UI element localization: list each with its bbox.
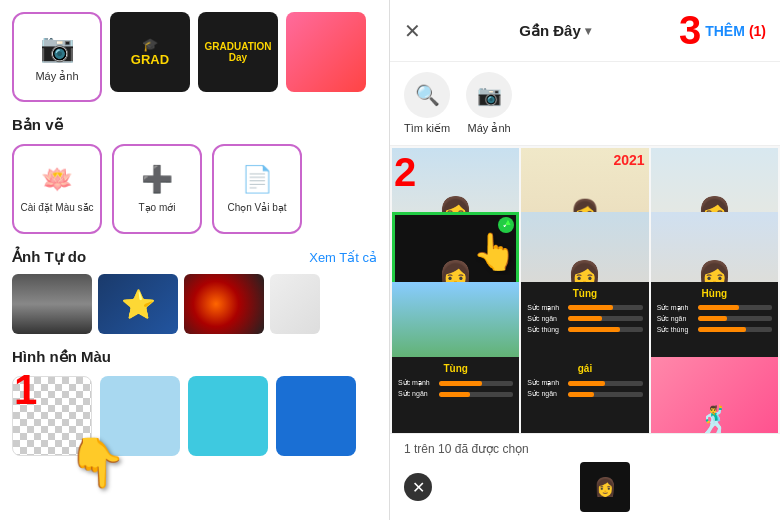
photo-cell-pink[interactable]: 🕺 (651, 357, 778, 433)
photo-sky[interactable] (12, 274, 92, 334)
stats-cell-tung2[interactable]: Tùng Sức mạnh Sức ngăn (392, 357, 519, 433)
badge-3: 3 (679, 8, 701, 53)
swatch-transparent[interactable] (12, 376, 92, 456)
stat-label-h3: Sức thúng (657, 326, 695, 334)
stat-row-h2: Sức ngăn (657, 315, 772, 323)
stat-bar-bg-1 (568, 305, 642, 310)
graduation-text: GRADUATIONDay (204, 41, 271, 63)
search-circle: 🔍 (404, 72, 450, 118)
stat-bar-bg-h3 (698, 327, 772, 332)
right-header: ✕ Gần Đây ▾ 3 THÊM (1) (390, 0, 780, 62)
stat-bar-fill-h3 (698, 327, 746, 332)
anh-tu-do-row: Ảnh Tự do Xem Tất cả (12, 248, 377, 266)
bottom-action-row: ✕ 👩 (404, 462, 766, 512)
anh-tu-do-grid: ⭐ (12, 274, 377, 334)
thumb-person-icon: 👩 (594, 476, 616, 498)
camera-box[interactable]: 📷 Máy ảnh (12, 12, 102, 102)
camera-label: Máy ảnh (35, 70, 78, 83)
left-panel: 📷 Máy ảnh 🎓GRAD GRADUATIONDay Bản vẽ 🪷 C… (0, 0, 390, 520)
camera-icon: 📷 (40, 31, 75, 64)
banve-title: Bản vẽ (12, 116, 377, 134)
header-right: 3 THÊM (1) (679, 8, 766, 53)
right-photo-grid: 👩 2 👆 p 👩 2021 p 👩 p 👩 ✓ ▲ 👩 👩 (390, 146, 780, 433)
stat-bar-fill-2 (568, 316, 601, 321)
stat-row-1: Sức mạnh (527, 304, 642, 312)
search-item[interactable]: 🔍 Tìm kiếm (404, 72, 450, 135)
stat-row-2: Sức ngăn (527, 315, 642, 323)
search-label: Tìm kiếm (404, 122, 450, 135)
banve-item-0[interactable]: 🪷 Cài đặt Màu sắc (12, 144, 102, 234)
stat-bar-fill-3 (568, 327, 620, 332)
stat-bar-fill-h2 (698, 316, 728, 321)
stat-row-h1: Sức mạnh (657, 304, 772, 312)
stat-label-3: Sức thúng (527, 326, 565, 334)
stat-bar-bg-2 (568, 316, 642, 321)
stat-bar-bg-h2 (698, 316, 772, 321)
badge-2: 2 (394, 150, 416, 195)
header-title: Gần Đây (519, 22, 581, 40)
stat-label-h2: Sức ngăn (657, 315, 695, 323)
selected-thumbnail: 👩 (580, 462, 630, 512)
bottom-bar: 1 trên 10 đã được chọn ✕ 👩 (390, 433, 780, 520)
xem-tat-ca-link[interactable]: Xem Tất cả (309, 250, 377, 265)
header-center: Gần Đây ▾ (519, 22, 591, 40)
doc-icon: 📄 (241, 164, 273, 195)
banve-label-1: Tạo mới (139, 201, 176, 214)
chevron-down-icon: ▾ (585, 24, 591, 38)
banve-grid: 🪷 Cài đặt Màu sắc ➕ Tạo mới 📄 Chọn Vải b… (12, 144, 377, 234)
hinh-nen-section: 1 👇 (12, 376, 377, 456)
banve-item-2[interactable]: 📄 Chọn Vải bạt (212, 144, 302, 234)
swatch-blue[interactable] (276, 376, 356, 456)
banve-item-1[interactable]: ➕ Tạo mới (112, 144, 202, 234)
star-icon: ⭐ (121, 288, 156, 321)
them-button[interactable]: THÊM (705, 23, 745, 39)
stat-row-t21: Sức mạnh (398, 379, 513, 387)
stat-bar-bg-h1 (698, 305, 772, 310)
anh-tu-do-title: Ảnh Tự do (12, 248, 86, 266)
green-arrow-icon: ▲ (503, 217, 512, 227)
stat-name-tung: Tùng (527, 288, 642, 299)
camera-search-circle: 📷 (466, 72, 512, 118)
grad-template[interactable]: 🎓GRAD (110, 12, 190, 92)
camera-search-label: Máy ảnh (468, 122, 511, 135)
swatch-cyan[interactable] (188, 376, 268, 456)
stat-bar-fill-h1 (698, 305, 739, 310)
close-button[interactable]: ✕ (404, 19, 421, 43)
banve-label-2: Chọn Vải bạt (227, 201, 286, 214)
selected-text: 1 trên 10 đã được chọn (404, 442, 529, 456)
them-count: (1) (749, 23, 766, 39)
photo-star[interactable]: ⭐ (98, 274, 178, 334)
banve-label-0: Cài đặt Màu sắc (20, 201, 93, 214)
flower-template[interactable] (286, 12, 366, 92)
photo-lights[interactable] (184, 274, 264, 334)
stat-row-3: Sức thúng (527, 326, 642, 334)
stat-label-2: Sức ngăn (527, 315, 565, 323)
delete-button[interactable]: ✕ (404, 473, 432, 501)
stat-name-hung: Hùng (657, 288, 772, 299)
right-panel: ✕ Gần Đây ▾ 3 THÊM (1) 🔍 Tìm kiếm 📷 Máy … (390, 0, 780, 520)
stat-name-tung2: Tùng (398, 363, 513, 374)
plus-icon: ➕ (141, 164, 173, 195)
selected-row: 1 trên 10 đã được chọn (404, 442, 766, 456)
grad-text: 🎓GRAD (131, 37, 169, 67)
swatch-light-blue[interactable] (100, 376, 180, 456)
stat-row-h3: Sức thúng (657, 326, 772, 334)
top-template-row: 📷 Máy ảnh 🎓GRAD GRADUATIONDay (12, 12, 377, 102)
stat-name-gai: gái (527, 363, 642, 374)
camera-search-item[interactable]: 📷 Máy ảnh (466, 72, 512, 135)
stat-label-h1: Sức mạnh (657, 304, 695, 312)
hinh-nen-grid (12, 376, 377, 456)
stat-bar-bg-3 (568, 327, 642, 332)
person-dance: 🕺 (651, 357, 778, 433)
search-bar-row: 🔍 Tìm kiếm 📷 Máy ảnh (390, 62, 780, 146)
graduation-template[interactable]: GRADUATIONDay (198, 12, 278, 92)
stat-label-1: Sức mạnh (527, 304, 565, 312)
hinh-nen-title: Hình nền Màu (12, 348, 377, 366)
stats-cell-gai[interactable]: gái Sức mạnh Sức ngăn (521, 357, 648, 433)
color-icon: 🪷 (41, 164, 73, 195)
photo-partial[interactable] (270, 274, 320, 334)
stat-bar-fill-1 (568, 305, 613, 310)
